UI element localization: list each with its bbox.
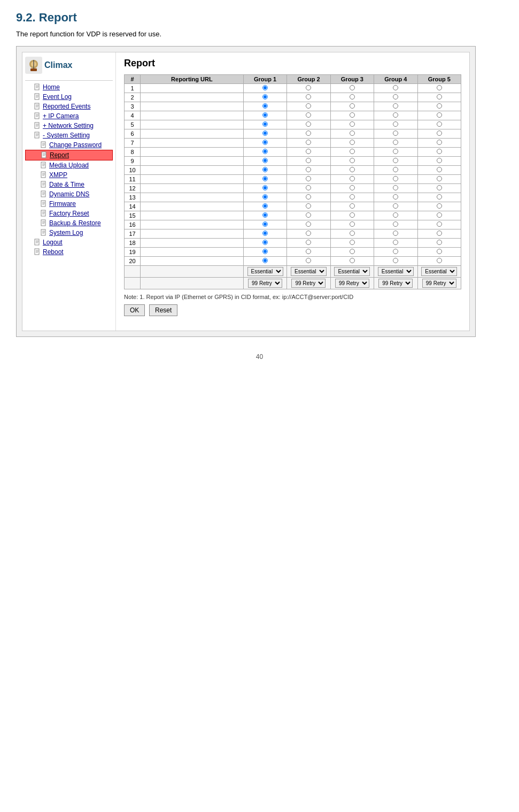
radio-row-17-group-3[interactable] <box>350 231 355 236</box>
row-5-group-3[interactable] <box>330 120 374 129</box>
sidebar-item-home[interactable]: Home <box>25 82 113 92</box>
row-9-group-2[interactable] <box>287 157 330 166</box>
radio-row-3-group-4[interactable] <box>393 103 398 109</box>
footer-retry-group-2[interactable]: 99 Retry <box>287 278 330 289</box>
radio-row-12-group-4[interactable] <box>393 185 398 190</box>
radio-row-11-group-5[interactable] <box>437 176 442 181</box>
radio-row-19-group-4[interactable] <box>393 249 398 254</box>
row-14-group-1[interactable] <box>243 202 286 211</box>
row-12-group-4[interactable] <box>374 184 417 193</box>
radio-row-19-group-2[interactable] <box>306 249 311 254</box>
radio-row-13-group-5[interactable] <box>437 194 442 200</box>
row-19-group-4[interactable] <box>374 248 417 257</box>
row-17-group-1[interactable] <box>243 229 286 239</box>
radio-row-6-group-3[interactable] <box>350 131 355 136</box>
radio-row-4-group-4[interactable] <box>393 112 398 118</box>
radio-row-9-group-2[interactable] <box>306 158 311 163</box>
radio-row-17-group-5[interactable] <box>437 231 442 236</box>
row-6-group-3[interactable] <box>330 129 374 139</box>
row-10-group-5[interactable] <box>417 166 461 175</box>
footer-retry-group-1[interactable]: 99 Retry <box>243 278 286 289</box>
radio-row-18-group-2[interactable] <box>306 240 311 245</box>
sidebar-item-reboot[interactable]: Reboot <box>25 247 113 257</box>
row-5-group-5[interactable] <box>417 120 461 129</box>
radio-row-7-group-3[interactable] <box>350 140 355 145</box>
url-input-20[interactable] <box>143 258 234 264</box>
row-18-group-2[interactable] <box>287 239 330 248</box>
sidebar-item-media-upload[interactable]: Media Upload <box>25 160 113 170</box>
radio-row-11-group-2[interactable] <box>306 176 311 181</box>
row-20-group-1[interactable] <box>243 257 286 266</box>
row-7-group-1[interactable] <box>243 139 286 148</box>
radio-row-7-group-1[interactable] <box>262 140 268 145</box>
radio-row-13-group-3[interactable] <box>350 194 355 200</box>
row-4-group-1[interactable] <box>243 111 286 120</box>
row-13-group-3[interactable] <box>330 193 374 202</box>
row-20-group-3[interactable] <box>330 257 374 266</box>
ok-button[interactable]: OK <box>124 304 145 316</box>
row-11-group-4[interactable] <box>374 175 417 184</box>
radio-row-13-group-2[interactable] <box>306 194 311 200</box>
row-4-group-3[interactable] <box>330 111 374 120</box>
radio-row-20-group-5[interactable] <box>437 258 442 263</box>
url-input-3[interactable] <box>143 103 234 110</box>
row-7-group-5[interactable] <box>417 139 461 148</box>
radio-row-6-group-1[interactable] <box>262 131 268 136</box>
row-11-group-1[interactable] <box>243 175 286 184</box>
radio-row-7-group-5[interactable] <box>437 140 442 145</box>
row-20-group-2[interactable] <box>287 257 330 266</box>
radio-row-13-group-1[interactable] <box>262 194 268 200</box>
sidebar-item-report[interactable]: Report <box>25 150 113 160</box>
row-4-group-4[interactable] <box>374 111 417 120</box>
radio-row-10-group-3[interactable] <box>350 167 355 172</box>
radio-row-2-group-5[interactable] <box>437 94 442 99</box>
radio-row-20-group-3[interactable] <box>350 258 355 263</box>
url-input-13[interactable] <box>143 194 234 201</box>
radio-row-9-group-4[interactable] <box>393 158 398 163</box>
sidebar-item-ip-camera[interactable]: + IP Camera <box>25 111 113 121</box>
radio-row-13-group-4[interactable] <box>393 194 398 200</box>
radio-row-15-group-3[interactable] <box>350 212 355 218</box>
row-11-group-3[interactable] <box>330 175 374 184</box>
radio-row-5-group-2[interactable] <box>306 121 311 127</box>
radio-row-5-group-4[interactable] <box>393 121 398 127</box>
row-3-group-1[interactable] <box>243 102 286 111</box>
url-input-15[interactable] <box>143 212 234 219</box>
row-13-group-4[interactable] <box>374 193 417 202</box>
radio-row-6-group-5[interactable] <box>437 131 442 136</box>
row-20-group-4[interactable] <box>374 257 417 266</box>
essential-select-5[interactable]: Essential <box>421 267 457 276</box>
row-8-group-5[interactable] <box>417 148 461 157</box>
url-input-10[interactable] <box>143 167 234 173</box>
radio-row-2-group-1[interactable] <box>262 94 268 99</box>
reset-button[interactable]: Reset <box>149 304 177 316</box>
sidebar-item-system-setting[interactable]: - System Setting <box>25 131 113 140</box>
row-6-group-2[interactable] <box>287 129 330 139</box>
row-3-group-2[interactable] <box>287 102 330 111</box>
row-8-group-1[interactable] <box>243 148 286 157</box>
sidebar-item-change-password[interactable]: Change Password <box>25 140 113 150</box>
radio-row-2-group-2[interactable] <box>306 94 311 99</box>
retry-select-2[interactable]: 99 Retry <box>291 279 326 288</box>
radio-row-14-group-5[interactable] <box>437 203 442 209</box>
row-12-group-2[interactable] <box>287 184 330 193</box>
radio-row-8-group-4[interactable] <box>393 149 398 154</box>
radio-row-18-group-4[interactable] <box>393 240 398 245</box>
essential-select-3[interactable]: Essential <box>334 267 370 276</box>
radio-row-14-group-2[interactable] <box>306 203 311 209</box>
retry-select-5[interactable]: 99 Retry <box>422 279 456 288</box>
radio-row-4-group-1[interactable] <box>262 112 268 118</box>
radio-row-6-group-2[interactable] <box>306 131 311 136</box>
radio-row-15-group-4[interactable] <box>393 212 398 218</box>
row-12-group-1[interactable] <box>243 184 286 193</box>
row-2-group-1[interactable] <box>243 93 286 102</box>
sidebar-item-system-log[interactable]: System Log <box>25 228 113 238</box>
radio-row-15-group-1[interactable] <box>262 212 268 218</box>
row-1-group-1[interactable] <box>243 84 286 93</box>
row-15-group-3[interactable] <box>330 211 374 220</box>
radio-row-12-group-5[interactable] <box>437 185 442 190</box>
radio-row-3-group-5[interactable] <box>437 103 442 109</box>
row-5-group-2[interactable] <box>287 120 330 129</box>
row-11-group-5[interactable] <box>417 175 461 184</box>
footer-retry-group-4[interactable]: 99 Retry <box>374 278 417 289</box>
